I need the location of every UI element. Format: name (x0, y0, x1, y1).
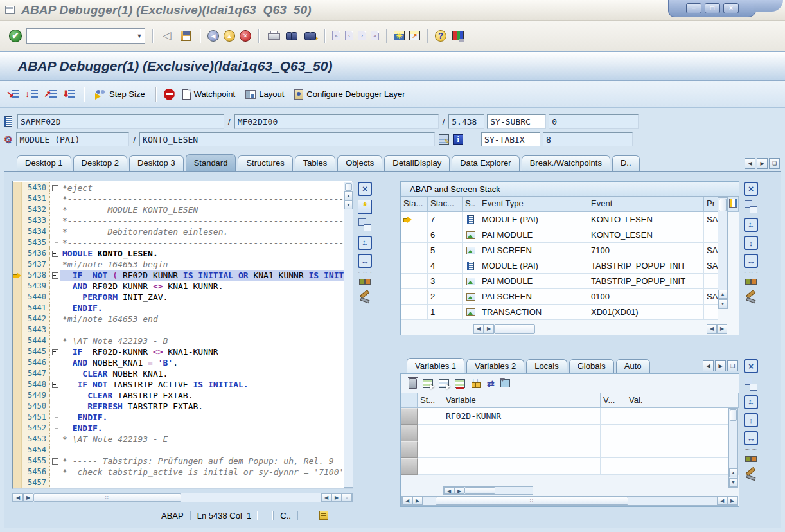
breakpoint-margin[interactable] (13, 488, 22, 489)
code-text[interactable]: * MODULE KONTO_LESEN (60, 204, 352, 215)
column-header[interactable]: Stac... (428, 197, 463, 212)
code-line[interactable]: 5456* check tabstrip_active is initial o… (13, 466, 352, 477)
breakpoint-margin[interactable] (13, 445, 22, 456)
variable-type-cell[interactable] (601, 441, 626, 458)
stack-row[interactable]: 6PAI MODULEKONTO_LESEN (401, 227, 739, 243)
code-line[interactable]: 5458* Fehlen bei Eingabe => Hilfefunktio… (13, 488, 352, 489)
tab-tables[interactable]: Tables (295, 155, 336, 171)
stack-event-cell[interactable]: KONTO_LESEN (588, 227, 704, 243)
code-line[interactable]: 5430*eject (13, 182, 352, 193)
variable-row[interactable] (401, 458, 739, 475)
breakpoint-margin[interactable] (13, 303, 22, 314)
stack-event-type-cell[interactable]: MODULE (PAI) (479, 258, 588, 274)
stack-row[interactable]: 3PAI MODULETABSTRIP_POPUP_INIT (401, 274, 739, 289)
scrollbar-thumb[interactable] (730, 409, 737, 421)
breakpoint-margin[interactable] (13, 248, 22, 259)
code-line[interactable]: 5449 CLEAR TABSTRIP_EXTAB. (13, 390, 352, 401)
step-into-icon[interactable]: ↘ (6, 89, 20, 100)
scroll-left-icon[interactable]: ◀ (321, 493, 331, 502)
tab-auto[interactable]: Auto (616, 359, 650, 373)
swap-tool-icon[interactable]: ⌒⌒ (358, 272, 372, 286)
full-width-icon[interactable]: ↔ (358, 254, 372, 268)
window-menu-icon[interactable] (5, 6, 15, 14)
code-text[interactable]: MODULE KONTO_LESEN. (60, 248, 352, 259)
full-width-icon[interactable]: ↔ (744, 431, 758, 445)
code-line[interactable]: 5445 IF RF02D-KUNNR <> KNA1-KUNNR (13, 346, 352, 357)
scroll-left-icon[interactable]: ◀ (402, 497, 412, 505)
code-line[interactable]: 5447 CLEAR NOBER_KNA1. (13, 368, 352, 379)
save-list-icon[interactable] (423, 379, 433, 388)
stack-vertical-scrollbar[interactable]: ▲ ▼ (718, 197, 728, 309)
code-text[interactable]: ENDIF. (60, 412, 352, 423)
stack-program-cell[interactable] (704, 305, 718, 320)
variable-row[interactable] (401, 441, 739, 458)
help-icon[interactable]: ? (435, 30, 446, 42)
minimize-button[interactable]: – (686, 3, 701, 13)
stack-event-cell[interactable]: TABSTRIP_POPUP_INIT (588, 274, 704, 289)
code-line[interactable]: 5451 ENDIF. (13, 412, 352, 423)
line-number[interactable]: 5452 (22, 423, 50, 434)
line-number[interactable]: 5435 (22, 237, 50, 248)
code-text[interactable]: *mi/note 164653 begin (60, 259, 352, 270)
row-selector[interactable] (401, 425, 418, 441)
code-text[interactable]: *---------------------------------------… (60, 193, 352, 204)
tab-variables-2[interactable]: Variables 2 (466, 359, 524, 373)
fold-marker[interactable] (50, 248, 60, 259)
stack-level-cell[interactable]: 7 (428, 212, 463, 227)
line-number[interactable]: 5454 (22, 445, 50, 456)
scroll-left-icon[interactable]: ◀ (444, 487, 454, 494)
breakpoint-margin[interactable] (13, 226, 22, 237)
stack-row[interactable]: 7MODULE (PAI)KONTO_LESENSA (401, 212, 739, 227)
line-number[interactable]: 5450 (22, 401, 50, 412)
breakpoint-margin[interactable] (13, 324, 22, 335)
stack-event-type-cell[interactable]: PAI MODULE (479, 227, 588, 243)
full-height-icon[interactable]: ↕ (744, 413, 758, 427)
line-number-field[interactable] (448, 114, 484, 129)
close-button[interactable]: × (723, 3, 739, 13)
breakpoint-margin[interactable] (13, 379, 22, 390)
breakpoint-margin[interactable] (13, 215, 22, 226)
step-size-button[interactable]: Step Size (92, 88, 148, 101)
stack-event-cell[interactable]: XD01(XD01) (588, 305, 704, 320)
line-number[interactable]: 5441 (22, 303, 50, 314)
stack-icon-cell[interactable] (463, 289, 479, 305)
tab-desktop-1[interactable]: Desktop 1 (17, 155, 71, 171)
replace-tool-icon[interactable] (358, 218, 372, 232)
tab-desktop-2[interactable]: Desktop 2 (73, 155, 128, 171)
breakpoint-margin[interactable] (13, 434, 22, 445)
stack-event-cell[interactable]: 7100 (588, 243, 704, 258)
tab-overview-icon[interactable]: ❏ (769, 158, 780, 169)
fold-marker[interactable] (50, 182, 60, 193)
insert-columns-icon[interactable]: ↓↓ (471, 379, 481, 388)
code-line[interactable]: 5436MODULE KONTO_LESEN. (13, 248, 352, 259)
stack-icon-cell[interactable] (463, 305, 479, 320)
code-text[interactable]: *eject (60, 182, 352, 193)
code-line[interactable]: 5454 (13, 445, 352, 456)
customize-icon[interactable] (451, 30, 465, 42)
code-line[interactable]: 5448 IF NOT TABSTRIP_ACTIVE IS INITIAL. (13, 379, 352, 390)
new-session-icon[interactable]: ✳ (394, 31, 405, 40)
stack-program-cell[interactable]: SA (704, 243, 718, 258)
stack-event-type-cell[interactable]: TRANSACTION (479, 305, 588, 320)
breakpoint-margin[interactable] (13, 477, 22, 488)
variable-status-cell[interactable] (418, 458, 443, 475)
stack-row[interactable]: 1TRANSACTIONXD01(XD01) (401, 305, 739, 320)
code-text[interactable]: IF NOT ( RF02D-KUNNR IS INITIAL OR KNA1-… (60, 270, 352, 281)
line-number[interactable]: 5447 (22, 368, 50, 379)
variable-row[interactable]: RF02D-KUNNR (401, 408, 739, 425)
stack-icon-cell[interactable] (463, 227, 479, 243)
stack-program-cell[interactable]: SA (704, 289, 718, 305)
code-text[interactable]: REFRESH TABSTRIP_EXTAB. (60, 401, 352, 412)
maximize-icon[interactable]: ↔↔ (358, 236, 372, 250)
tab-variables-1[interactable]: Variables 1 (407, 358, 464, 373)
next-page-icon[interactable]: › (358, 31, 366, 40)
code-text[interactable]: PERFORM INIT_ZAV. (60, 292, 352, 303)
scroll-down-icon[interactable]: ▼ (344, 200, 353, 209)
watchpoint-button[interactable]: Watchpoint (180, 88, 238, 101)
cancel-circle-icon[interactable]: ✕ (240, 30, 251, 42)
column-header[interactable]: Event (588, 197, 704, 212)
breakpoint-margin[interactable] (13, 314, 22, 324)
stack-program-cell[interactable] (704, 227, 718, 243)
code-text[interactable]: *mi/note 164653 end (60, 314, 352, 324)
command-field[interactable]: ▼ (26, 28, 145, 44)
